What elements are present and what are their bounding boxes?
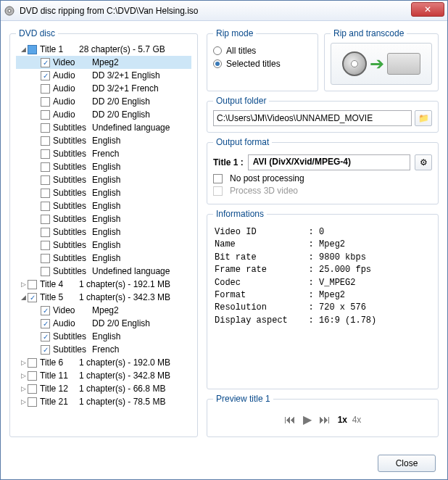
tree-row[interactable]: SubtitlesEnglish — [16, 173, 191, 186]
checkbox-icon[interactable] — [41, 267, 50, 276]
output-folder-input[interactable] — [213, 110, 412, 126]
checkbox-icon[interactable] — [28, 371, 37, 381]
tree-row[interactable]: SubtitlesEnglish — [16, 225, 191, 239]
checkbox-icon[interactable] — [28, 293, 37, 302]
checkbox-icon[interactable] — [41, 149, 50, 159]
checkbox-icon[interactable] — [41, 58, 50, 67]
checkbox-icon[interactable] — [41, 332, 50, 342]
checkbox-icon[interactable] — [41, 97, 50, 107]
preview-prev-button[interactable]: ⏮ — [284, 413, 296, 426]
expand-icon[interactable]: ▷ — [19, 385, 28, 392]
expand-icon[interactable]: ▷ — [19, 372, 28, 379]
tree-row[interactable]: ▷Title 61 chapter(s) - 192.0 MB — [16, 356, 191, 369]
checkbox-icon[interactable] — [41, 175, 50, 185]
tree-row[interactable]: SubtitlesUndefined language — [16, 265, 191, 278]
tree-row[interactable]: VideoMpeg2 — [16, 304, 191, 317]
right-panel: Rip mode All titles Selected titles Rip … — [207, 28, 439, 437]
informations-group: Informations Video ID : 0 Name : Mpeg2 B… — [207, 209, 439, 389]
expand-icon[interactable]: ▷ — [19, 359, 28, 366]
tree-panel: DVD disc ◢Title 128 chapter(s) - 5.7 GBV… — [9, 28, 198, 437]
speed-1x[interactable]: 1x — [338, 415, 347, 425]
tree-item-label: Subtitles — [53, 123, 92, 133]
tree-row[interactable]: SubtitlesFrench — [16, 147, 191, 160]
tree-row[interactable]: ▷Title 41 chapter(s) - 192.1 MB — [16, 278, 191, 291]
checkbox-icon[interactable] — [28, 280, 37, 289]
tree-row[interactable]: ◢Title 128 chapter(s) - 5.7 GB — [16, 43, 191, 56]
tree-row[interactable]: SubtitlesFrench — [16, 343, 191, 356]
tree-row[interactable]: SubtitlesEnglish — [16, 186, 191, 199]
preview-speed[interactable]: 1x 4x — [338, 415, 362, 425]
transcode-button[interactable]: ➔ — [331, 43, 432, 85]
preview-play-button[interactable]: ▶ — [303, 413, 312, 426]
checkbox-icon[interactable] — [41, 84, 50, 94]
checkbox-icon[interactable] — [41, 241, 50, 250]
checkbox-icon[interactable] — [28, 397, 37, 407]
tree-row[interactable]: ▷Title 111 chapter(s) - 342.8 MB — [16, 369, 191, 382]
title-tree[interactable]: ◢Title 128 chapter(s) - 5.7 GBVideoMpeg2… — [16, 43, 191, 431]
checkbox-icon[interactable] — [41, 228, 50, 237]
tree-row[interactable]: SubtitlesEnglish — [16, 330, 191, 343]
titlebar: DVD disc ripping from C:\DVD\Van Helsing… — [1, 1, 447, 21]
transcode-group: Rip and transcode ➔ — [324, 28, 439, 91]
checkbox-icon[interactable] — [41, 162, 50, 172]
checkbox-icon[interactable] — [41, 215, 50, 224]
tree-row[interactable]: ▷Title 211 chapter(s) - 78.5 MB — [16, 395, 191, 408]
tree-row[interactable]: SubtitlesEnglish — [16, 160, 191, 173]
format-title-label: Title 1 : — [213, 157, 244, 167]
window-close-button[interactable]: ✕ — [411, 2, 444, 17]
no-post-processing-checkbox[interactable]: No post processing — [213, 173, 432, 183]
tree-item-label: Subtitles — [53, 266, 92, 276]
tree-row[interactable]: AudioDD 3/2+1 French — [16, 82, 191, 95]
checkbox-icon[interactable] — [41, 71, 50, 80]
output-folder-legend: Output folder — [213, 96, 269, 106]
browse-folder-button[interactable]: 📁 — [415, 110, 432, 126]
tree-row[interactable]: VideoMpeg2 — [16, 56, 191, 69]
checkbox-icon[interactable] — [41, 189, 50, 198]
tree-row[interactable]: AudioDD 2/0 English — [16, 317, 191, 330]
checkbox-icon[interactable] — [41, 319, 50, 328]
tree-item-label: Audio — [53, 109, 92, 120]
collapse-icon[interactable]: ◢ — [19, 294, 28, 301]
checkbox-icon[interactable] — [28, 45, 37, 54]
radio-icon — [213, 46, 222, 55]
tree-row[interactable]: ▷Title 121 chapter(s) - 66.8 MB — [16, 382, 191, 395]
tree-item-info: English — [92, 175, 120, 185]
radio-all-titles[interactable]: All titles — [213, 46, 312, 56]
ripmode-legend: Rip mode — [213, 28, 256, 38]
tree-row[interactable]: AudioDD 2/0 English — [16, 95, 191, 108]
preview-group: Preview title 1 ⏮ ▶ ⏭ 1x 4x — [207, 394, 439, 437]
checkbox-icon[interactable] — [41, 110, 50, 120]
format-settings-button[interactable]: ⚙ — [415, 154, 432, 170]
tree-row[interactable]: AudioDD 2/0 English — [16, 108, 191, 121]
arrow-icon: ➔ — [370, 54, 384, 74]
tree-item-label: Subtitles — [53, 344, 92, 355]
expand-icon[interactable]: ▷ — [19, 281, 28, 288]
preview-next-button[interactable]: ⏭ — [319, 413, 331, 426]
tree-row[interactable]: AudioDD 3/2+1 English — [16, 69, 191, 82]
tree-row[interactable]: SubtitlesEnglish — [16, 212, 191, 225]
tree-item-info: 1 chapter(s) - 78.5 MB — [79, 397, 165, 407]
tree-row[interactable]: ◢Title 51 chapter(s) - 342.3 MB — [16, 291, 191, 304]
tree-item-label: Subtitles — [53, 331, 92, 342]
radio-selected-titles[interactable]: Selected titles — [213, 59, 312, 69]
tree-row[interactable]: SubtitlesEnglish — [16, 199, 191, 212]
tree-item-info: DD 2/0 English — [92, 109, 150, 120]
tree-row[interactable]: SubtitlesEnglish — [16, 239, 191, 252]
checkbox-icon[interactable] — [28, 384, 37, 394]
expand-icon[interactable]: ▷ — [19, 398, 28, 405]
tree-row[interactable]: SubtitlesUndefined language — [16, 121, 191, 134]
checkbox-icon[interactable] — [41, 136, 50, 146]
tree-row[interactable]: SubtitlesEnglish — [16, 134, 191, 147]
checkbox-icon[interactable] — [41, 345, 50, 355]
checkbox-icon[interactable] — [41, 202, 50, 211]
collapse-icon[interactable]: ◢ — [19, 46, 28, 53]
checkbox-icon[interactable] — [41, 306, 50, 315]
tree-item-info: 28 chapter(s) - 5.7 GB — [79, 44, 165, 54]
tree-item-label: Subtitles — [53, 149, 92, 159]
tree-row[interactable]: SubtitlesEnglish — [16, 252, 191, 265]
checkbox-icon[interactable] — [41, 254, 50, 263]
checkbox-icon[interactable] — [41, 123, 50, 133]
checkbox-icon[interactable] — [28, 358, 37, 368]
speed-4x[interactable]: 4x — [352, 415, 362, 425]
close-button[interactable]: Close — [378, 455, 436, 472]
